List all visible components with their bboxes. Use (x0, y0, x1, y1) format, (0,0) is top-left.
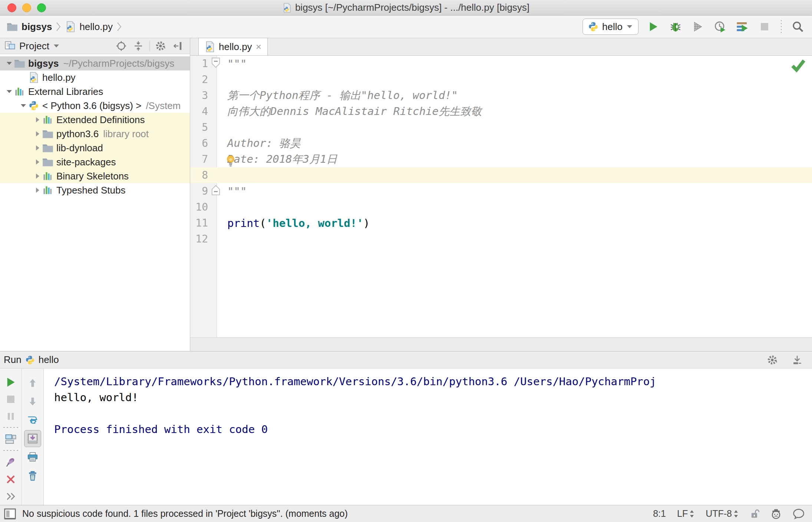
coverage-button[interactable] (690, 19, 705, 34)
line-number: 4 (190, 105, 217, 118)
feedback-bubble-icon[interactable] (793, 508, 805, 519)
chevron-expanded-icon[interactable] (19, 102, 28, 110)
minimize-window-button[interactable] (22, 3, 31, 12)
folder-icon (7, 22, 18, 32)
folder-icon (42, 157, 53, 167)
run-panel-title[interactable]: Run (4, 354, 22, 366)
hide-panel-button[interactable] (171, 39, 185, 53)
tree-row[interactable]: lib-dynload (0, 141, 190, 155)
code-line[interactable]: 10 (190, 199, 812, 215)
lock-open-icon[interactable] (750, 509, 759, 519)
status-message[interactable]: No suspicious code found. 1 files proces… (22, 508, 348, 519)
toolwindow-toggle-icon[interactable] (4, 508, 16, 520)
titlebar: bigsys [~/PycharmProjects/bigsys] - .../… (0, 0, 812, 16)
tree-item-suffix: library root (103, 128, 149, 140)
soft-wrap-icon (27, 414, 39, 426)
tree-row[interactable]: hello.py (0, 70, 190, 85)
code-line[interactable]: 9""" (190, 183, 812, 199)
pin-tab-button[interactable] (0, 454, 22, 471)
encoding-widget[interactable]: UTF-8 (706, 508, 739, 519)
tree-row[interactable]: Binary Skeletons (0, 169, 190, 183)
tree-row[interactable]: site-packages (0, 155, 190, 169)
chevron-collapsed-icon[interactable] (33, 116, 42, 124)
fold-end-marker[interactable] (211, 185, 221, 195)
tree-row[interactable]: Typeshed Stubs (0, 183, 190, 197)
code-line[interactable]: 12 (190, 231, 812, 247)
code-line[interactable]: 7Date: 2018年3月1日 (190, 151, 812, 167)
project-tree: bigsys~/PycharmProjects/bigsyshello.pyEx… (0, 54, 190, 351)
library-icon (42, 185, 53, 195)
run-settings-button[interactable] (765, 353, 780, 367)
clear-all-button[interactable] (22, 466, 44, 485)
chevron-collapsed-icon[interactable] (33, 130, 42, 138)
tree-item-label: lib-dynload (56, 142, 103, 154)
hide-run-panel-button[interactable] (790, 353, 805, 367)
console-line: /System/Library/Frameworks/Python.framew… (54, 374, 812, 390)
close-window-button[interactable] (7, 3, 16, 12)
run-button[interactable] (646, 19, 661, 34)
inspections-ok-icon[interactable] (790, 58, 806, 73)
close-tab-icon[interactable]: × (256, 42, 261, 52)
code-line[interactable]: 1""" (190, 56, 812, 72)
code-line[interactable]: 2 (190, 72, 812, 87)
collapse-all-button[interactable] (131, 39, 146, 53)
toolbar-separator (3, 450, 18, 451)
tree-row[interactable]: bigsys~/PycharmProjects/bigsys (0, 56, 190, 70)
run-console[interactable]: /System/Library/Frameworks/Python.framew… (44, 369, 812, 505)
code-line[interactable]: 11print('hello, world!') (190, 215, 812, 231)
concurrency-diagram-button[interactable] (735, 19, 750, 34)
tree-row[interactable]: < Python 3.6 (bigsys) >/System (0, 99, 190, 113)
folder-icon (14, 59, 25, 68)
pause-icon (6, 411, 16, 422)
breadcrumb-file[interactable]: hello.py (79, 21, 113, 33)
code-line[interactable]: 8 (190, 167, 812, 183)
tree-row[interactable]: Extended Definitions (0, 113, 190, 127)
toolbar-separator (3, 427, 18, 428)
fold-start-marker[interactable] (211, 57, 221, 68)
collapse-all-icon (133, 40, 144, 52)
soft-wrap-button[interactable] (22, 411, 44, 429)
caret-position-widget[interactable]: 8:1 (653, 508, 666, 519)
rerun-button[interactable] (0, 374, 22, 391)
search-everywhere-button[interactable] (790, 19, 805, 34)
scroll-to-end-button[interactable] (22, 429, 44, 448)
stop-icon (759, 21, 770, 32)
line-ending-widget[interactable]: LF (677, 508, 694, 519)
line-number: 11 (190, 217, 217, 229)
chevron-collapsed-icon[interactable] (33, 186, 42, 194)
pin-icon (5, 457, 16, 468)
chevron-collapsed-icon[interactable] (33, 158, 42, 166)
tree-row[interactable]: python3.6library root (0, 127, 190, 141)
coverage-icon (692, 21, 704, 33)
profile-button[interactable] (713, 19, 727, 34)
chevron-collapsed-icon[interactable] (33, 172, 42, 180)
zoom-window-button[interactable] (37, 3, 46, 12)
debug-button[interactable] (668, 19, 683, 34)
tree-row[interactable]: External Libraries (0, 85, 190, 99)
settings-button[interactable] (154, 39, 168, 53)
more-actions-button[interactable] (0, 488, 22, 505)
code-line[interactable]: 4向伟大的Dennis MacAlistair Ritchie先生致敬 (190, 103, 812, 119)
project-view-icon (4, 41, 16, 51)
code-line[interactable]: 6Author: 骆昊 (190, 135, 812, 151)
tab-hello-py[interactable]: hello.py × (198, 38, 268, 55)
code-line[interactable]: 5 (190, 119, 812, 135)
restore-layout-button[interactable] (0, 431, 22, 448)
breadcrumb-project[interactable]: bigsys (22, 21, 52, 33)
close-run-panel-button[interactable] (0, 471, 22, 488)
locate-file-button[interactable] (114, 39, 129, 53)
code-editor[interactable]: 1"""23第一个Python程序 - 输出"hello, world!"4向伟… (190, 56, 812, 337)
status-bar: No suspicious code found. 1 files proces… (0, 505, 812, 522)
updown-arrows-icon (733, 510, 739, 518)
chevron-expanded-icon[interactable] (4, 59, 14, 67)
run-configuration-select[interactable]: hello (582, 19, 638, 35)
project-panel-title[interactable]: Project (19, 40, 49, 52)
code-line[interactable]: 3第一个Python程序 - 输出"hello, world!" (190, 87, 812, 103)
intention-bulb-icon[interactable] (226, 155, 235, 167)
chevron-down-icon[interactable] (53, 44, 60, 48)
line-text: Author: 骆昊 (217, 136, 301, 151)
hector-inspections-icon[interactable] (770, 508, 782, 519)
chevron-collapsed-icon[interactable] (33, 144, 42, 152)
chevron-expanded-icon[interactable] (4, 87, 14, 96)
print-button[interactable] (22, 448, 44, 466)
